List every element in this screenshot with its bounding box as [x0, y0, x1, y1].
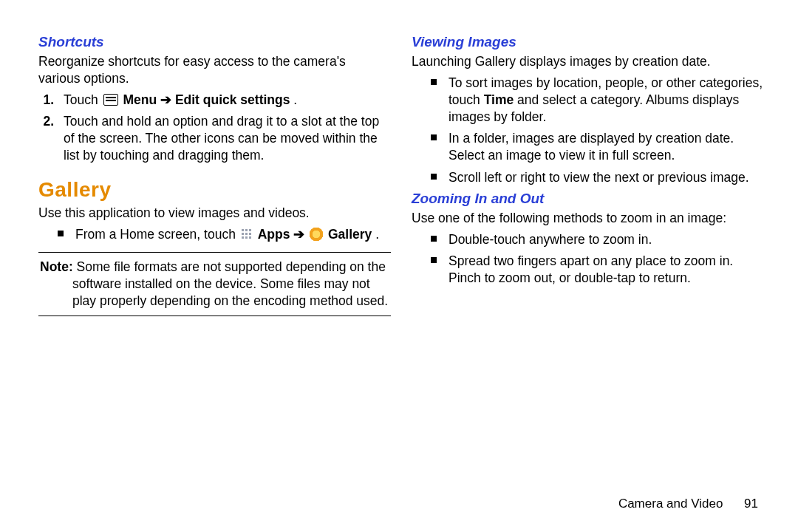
step-1: Touch Menu ➔ Edit quick settings .: [58, 92, 391, 109]
time-label: Time: [484, 92, 514, 107]
viewing-item-2: In a folder, images are displayed by cre…: [431, 130, 764, 164]
heading-gallery: Gallery: [38, 178, 391, 202]
arrow-icon: ➔: [293, 227, 308, 242]
para-zoom: Use one of the following methods to zoom…: [412, 210, 764, 227]
gallery-label: Gallery: [328, 227, 372, 242]
step1-post: Edit quick settings: [175, 92, 290, 107]
para-viewing: Launching Gallery displays images by cre…: [412, 53, 764, 70]
viewing-item-1: To sort images by location, people, or o…: [431, 75, 764, 126]
para-gallery: Use this application to view images and …: [38, 205, 391, 222]
step1-end: .: [293, 92, 297, 107]
footer-section: Camera and Video: [618, 497, 723, 511]
footer-page-number: 91: [744, 497, 758, 511]
heading-shortcuts: Shortcuts: [38, 34, 391, 50]
apps-icon: [241, 228, 253, 240]
heading-viewing: Viewing Images: [412, 34, 764, 50]
gallery-launch-item: From a Home screen, touch Apps ➔ Gallery…: [58, 226, 391, 243]
bullet-end: .: [375, 227, 379, 242]
note-box: Note: Some file formats are not supporte…: [38, 252, 391, 316]
para-shortcuts: Reorganize shortcuts for easy access to …: [38, 53, 391, 87]
zoom-list: Double-touch anywhere to zoom in. Spread…: [431, 231, 764, 287]
page-footer: Camera and Video 91: [618, 497, 758, 511]
apps-label: Apps: [258, 227, 290, 242]
heading-zoom: Zooming In and Out: [412, 191, 764, 207]
note-first-line: Some file formats are not supported depe…: [73, 259, 386, 274]
note-body: software installed on the device. Some f…: [40, 276, 389, 310]
zoom-item-1: Double-touch anywhere to zoom in.: [431, 231, 764, 248]
shortcuts-steps: Touch Menu ➔ Edit quick settings . Touch…: [58, 92, 391, 164]
menu-icon: [103, 94, 118, 106]
bullet-pre: From a Home screen, touch: [75, 227, 239, 242]
note-label: Note:: [40, 259, 73, 274]
step1-pre: Touch: [64, 92, 102, 107]
step1-menu: Menu: [123, 92, 157, 107]
viewing-item-3: Scroll left or right to view the next or…: [431, 169, 764, 186]
arrow-icon: ➔: [160, 92, 175, 107]
viewing-list: To sort images by location, people, or o…: [431, 75, 764, 186]
gallery-launch-list: From a Home screen, touch Apps ➔ Gallery…: [58, 226, 391, 243]
zoom-item-2: Spread two fingers apart on any place to…: [431, 253, 764, 287]
step-2: Touch and hold an option and drag it to …: [58, 113, 391, 164]
left-column: Shortcuts Reorganize shortcuts for easy …: [38, 30, 391, 325]
gallery-icon: [310, 228, 323, 241]
right-column: Viewing Images Launching Gallery display…: [412, 30, 764, 325]
